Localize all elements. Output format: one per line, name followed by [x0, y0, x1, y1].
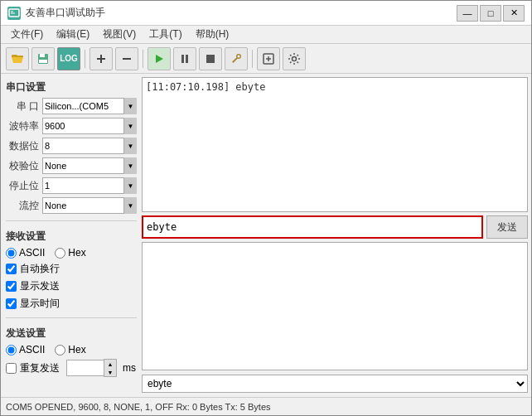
wrench-icon	[230, 52, 243, 65]
repeat-spinner: 1000 ▲ ▼	[66, 359, 117, 377]
svg-point-18	[293, 56, 297, 60]
data-select[interactable]: 8	[42, 138, 137, 154]
combo-row: ebyte	[142, 374, 528, 394]
serial-settings-title: 串口设置	[6, 80, 137, 94]
minus-icon	[120, 52, 133, 65]
right-panel: [11:07:10.198] ebyte 发送 ebyte	[142, 74, 531, 397]
spinner-up-button[interactable]: ▲	[104, 360, 116, 368]
data-select-wrapper: 8 ▼	[42, 138, 137, 154]
stop-label: 停止位	[6, 179, 39, 193]
statusbar: COM5 OPENED, 9600, 8, NONE, 1, OFF Rx: 0…	[1, 397, 531, 415]
toolbar-separator-3	[252, 50, 253, 68]
pause-icon	[178, 52, 191, 65]
parity-select-wrapper: None ▼	[42, 157, 137, 174]
auto-newline-checkbox[interactable]: 自动换行	[6, 262, 137, 276]
output-text: [11:07:10.198] ebyte	[146, 81, 266, 93]
stop-row: 停止位 1 ▼	[6, 177, 137, 194]
input-row: 发送	[142, 215, 528, 239]
log-button[interactable]: LOG	[57, 47, 80, 70]
send-hex-radio[interactable]: Hex	[55, 344, 85, 356]
flow-select-wrapper: None ▼	[42, 197, 137, 214]
main-content: 串口设置 串 口 Silicon...(COM5 ▼ 波特率 9600 ▼	[1, 74, 531, 397]
main-window: 友善串口调试助手 — □ ✕ 文件(F) 编辑(E) 视图(V) 工具(T) 帮…	[0, 0, 532, 416]
plus-icon	[94, 52, 108, 65]
output-area[interactable]: [11:07:10.198] ebyte	[142, 77, 528, 212]
menu-file[interactable]: 文件(F)	[4, 26, 50, 43]
svg-rect-13	[206, 55, 215, 63]
repeat-input[interactable]: 1000	[66, 360, 104, 376]
add-button[interactable]	[89, 47, 113, 70]
send-input[interactable]	[142, 215, 483, 239]
port-select[interactable]: Silicon...(COM5	[42, 98, 137, 114]
titlebar: 友善串口调试助手 — □ ✕	[1, 1, 531, 26]
svg-marker-10	[156, 55, 163, 63]
divider-2	[6, 317, 137, 318]
recv-settings-title: 接收设置	[6, 230, 137, 244]
send-ascii-radio[interactable]: ASCII	[6, 344, 45, 356]
svg-rect-6	[39, 60, 47, 63]
menu-view[interactable]: 视图(V)	[96, 26, 143, 43]
baud-select[interactable]: 9600	[42, 118, 137, 134]
baud-label: 波特率	[6, 119, 39, 133]
ms-label: ms	[123, 362, 136, 374]
repeat-row: 重复发送 1000 ▲ ▼ ms	[6, 359, 137, 377]
play-button[interactable]	[148, 47, 171, 70]
minimize-button[interactable]: —	[457, 5, 478, 22]
window-controls: — □ ✕	[457, 5, 525, 22]
play-icon	[152, 52, 166, 65]
open-button[interactable]	[6, 47, 29, 70]
recv-ascii-radio[interactable]: ASCII	[6, 247, 45, 259]
data-row: 数据位 8 ▼	[6, 138, 137, 154]
status-text: COM5 OPENED, 9600, 8, NONE, 1, OFF Rx: 0…	[6, 402, 271, 412]
parity-row: 校验位 None ▼	[6, 157, 137, 174]
gear-icon	[288, 52, 301, 65]
parity-label: 校验位	[6, 159, 39, 173]
expand-icon	[262, 52, 275, 65]
baud-select-wrapper: 9600 ▼	[42, 118, 137, 134]
window-title: 友善串口调试助手	[26, 6, 457, 20]
flow-row: 流控 None ▼	[6, 197, 137, 214]
baud-row: 波特率 9600 ▼	[6, 118, 137, 134]
close-button[interactable]: ✕	[503, 5, 525, 22]
toolbar: LOG	[1, 44, 531, 74]
spinner-down-button[interactable]: ▼	[104, 368, 116, 376]
menubar: 文件(F) 编辑(E) 视图(V) 工具(T) 帮助(H)	[1, 26, 531, 44]
send-button[interactable]: 发送	[486, 215, 528, 239]
save-icon	[36, 52, 50, 65]
extra-text-area[interactable]	[142, 242, 528, 370]
parity-select[interactable]: None	[42, 157, 137, 174]
stop-icon	[204, 52, 217, 65]
combo-select[interactable]: ebyte	[142, 375, 528, 393]
stop-select[interactable]: 1	[42, 177, 137, 194]
stop-select-wrapper: 1 ▼	[42, 177, 137, 194]
svg-rect-11	[181, 55, 184, 63]
stop-button[interactable]	[199, 47, 222, 70]
port-row: 串 口 Silicon...(COM5 ▼	[6, 98, 137, 114]
spinner-buttons: ▲ ▼	[104, 359, 117, 377]
settings-button[interactable]	[283, 47, 306, 70]
data-label: 数据位	[6, 139, 39, 153]
save-button[interactable]	[31, 47, 55, 70]
show-send-checkbox[interactable]: 显示发送	[6, 279, 137, 293]
menu-edit[interactable]: 编辑(E)	[50, 26, 96, 43]
repeat-checkbox[interactable]: 重复发送	[6, 361, 60, 375]
config-button[interactable]	[225, 47, 248, 70]
flow-select[interactable]: None	[42, 197, 137, 214]
toolbar-separator-1	[85, 50, 85, 68]
recv-format-row: ASCII Hex	[6, 247, 137, 259]
app-icon	[7, 7, 21, 20]
maximize-button[interactable]: □	[480, 5, 501, 22]
svg-point-14	[238, 55, 240, 57]
port-label: 串 口	[6, 99, 39, 114]
show-time-checkbox[interactable]: 显示时间	[6, 297, 137, 311]
left-panel: 串口设置 串 口 Silicon...(COM5 ▼ 波特率 9600 ▼	[1, 74, 142, 397]
recv-hex-radio[interactable]: Hex	[55, 247, 85, 259]
open-icon	[11, 52, 24, 65]
expand-button[interactable]	[257, 47, 280, 70]
menu-tools[interactable]: 工具(T)	[143, 26, 188, 43]
menu-help[interactable]: 帮助(H)	[189, 26, 236, 43]
remove-button[interactable]	[115, 47, 138, 70]
send-settings-title: 发送设置	[6, 327, 137, 341]
toolbar-separator-2	[143, 50, 143, 68]
pause-button[interactable]	[173, 47, 196, 70]
